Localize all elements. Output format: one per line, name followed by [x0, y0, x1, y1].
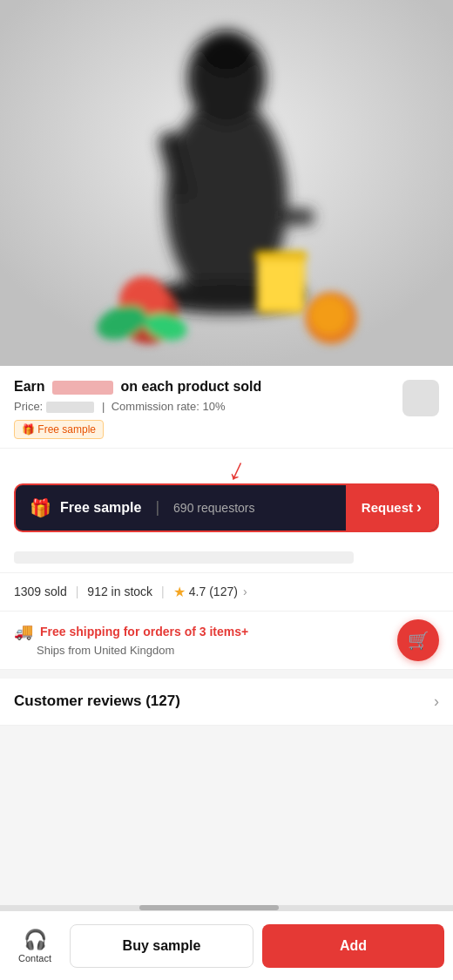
stats-divider-1: | — [76, 585, 79, 598]
ships-from-text: Ships from United Kingdom — [37, 644, 439, 657]
free-sample-label: Free sample — [60, 500, 141, 516]
contact-label: Contact — [18, 953, 51, 963]
shipping-section: 🚚 Free shipping for orders of 3 items+ S… — [0, 612, 453, 670]
stats-row: 1309 sold | 912 in stock | ★ 4.7 (127) › — [0, 573, 453, 612]
bottom-action-bar: 🎧 Contact Buy sample Add — [0, 910, 453, 980]
shipping-row: 🚚 Free shipping for orders of 3 items+ — [14, 622, 439, 641]
cart-icon: 🛒 — [408, 630, 429, 651]
rating-value: 4.7 — [189, 585, 206, 598]
reviews-title: Customer reviews (127) — [14, 693, 180, 710]
headset-icon: 🎧 — [24, 929, 47, 951]
earn-amount-blur — [52, 381, 113, 395]
blurred-description — [0, 543, 453, 573]
gift-icon: 🎁 — [30, 497, 51, 518]
contact-button[interactable]: 🎧 Contact — [9, 922, 61, 970]
earn-info: Earn on each product sold Price: | Commi… — [14, 378, 261, 439]
blur-bar — [14, 551, 354, 564]
arrow-container: ↓ — [0, 449, 453, 480]
free-shipping-text: Free shipping for orders of 3 items+ — [40, 625, 248, 639]
request-button[interactable]: Request › — [346, 485, 437, 531]
cart-fab-button[interactable]: 🛒 — [397, 619, 439, 661]
avatar — [402, 380, 439, 416]
free-sample-badge[interactable]: 🎁 Free sample — [14, 420, 104, 439]
stock-count: 912 in stock — [87, 585, 152, 598]
svg-rect-9 — [259, 260, 303, 310]
stats-divider-2: | — [161, 585, 165, 598]
price-blur — [46, 402, 94, 413]
shipping-icon: 🚚 — [14, 622, 33, 641]
reviews-section[interactable]: Customer reviews (127) › — [0, 679, 453, 726]
product-hero — [0, 0, 453, 366]
svg-point-3 — [200, 30, 253, 74]
sold-count: 1309 sold — [14, 585, 67, 598]
requestors-count: 690 requestors — [173, 501, 254, 515]
svg-point-15 — [310, 296, 348, 335]
bar-divider: | — [155, 498, 159, 517]
free-sample-bar: 🎁 Free sample | 690 requestors Request › — [14, 483, 439, 532]
add-button[interactable]: Add — [262, 924, 444, 968]
free-sample-bar-wrapper: 🎁 Free sample | 690 requestors Request › — [0, 480, 453, 543]
rating-arrow-icon: › — [243, 585, 247, 598]
earn-banner: Earn on each product sold Price: | Commi… — [0, 366, 453, 449]
svg-rect-6 — [279, 209, 314, 225]
earn-subtitle: Price: | Commission rate: 10% — [14, 400, 261, 413]
star-icon: ★ — [173, 584, 186, 600]
reviews-arrow-icon: › — [434, 693, 439, 711]
star-rating[interactable]: ★ 4.7 (127) › — [173, 584, 247, 600]
earn-title: Earn on each product sold — [14, 378, 261, 396]
request-arrow-icon: › — [416, 498, 422, 517]
free-sample-left: 🎁 Free sample | 690 requestors — [16, 497, 346, 518]
buy-sample-button[interactable]: Buy sample — [70, 924, 254, 968]
review-count: (127) — [209, 585, 238, 598]
